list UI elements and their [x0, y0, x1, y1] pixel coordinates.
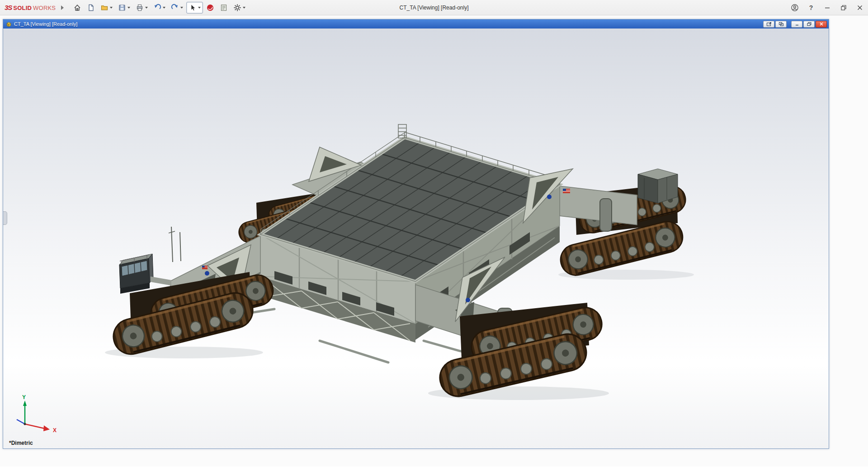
pop-out-icon — [766, 22, 772, 26]
restore-document-button[interactable] — [803, 21, 815, 28]
x-axis-label: X — [53, 427, 57, 434]
main-titlebar[interactable]: 3S SOLIDWORKS — [0, 0, 868, 15]
dropdown-caret-icon[interactable] — [243, 7, 245, 9]
save-icon — [118, 4, 126, 12]
minimize-window-button[interactable] — [819, 0, 835, 15]
logo-text-solid: SOLID — [13, 5, 32, 11]
pop-out-all-button[interactable] — [775, 21, 787, 28]
minimize-icon — [794, 22, 800, 26]
part-document-icon — [6, 21, 12, 27]
solidworks-logo: 3S SOLIDWORKS — [5, 4, 56, 11]
dropdown-caret-icon[interactable] — [145, 7, 148, 9]
dropdown-caret-icon[interactable] — [127, 7, 130, 9]
solidworks-app-window: 3S SOLIDWORKS — [0, 0, 868, 467]
save-button[interactable] — [116, 2, 132, 14]
close-window-button[interactable] — [852, 0, 868, 15]
panel-splitter-tab[interactable] — [3, 211, 7, 225]
new-document-icon — [87, 4, 95, 12]
evaluate-icon — [220, 4, 228, 12]
maximize-icon — [840, 4, 847, 11]
evaluate-button[interactable] — [217, 2, 230, 14]
account-button[interactable] — [787, 0, 803, 15]
restore-icon — [807, 22, 812, 26]
document-titlebar[interactable]: CT_TA [Viewing] [Read-only] — [3, 19, 829, 29]
crawler-transporter-model — [3, 29, 829, 448]
3dexperience-button[interactable] — [204, 2, 217, 14]
us-flag-decal — [563, 189, 570, 193]
redo-icon — [171, 4, 179, 12]
options-button[interactable] — [231, 2, 248, 14]
new-document-button[interactable] — [85, 2, 97, 14]
open-icon — [100, 4, 108, 12]
dropdown-caret-icon[interactable] — [198, 7, 201, 9]
home-icon — [73, 4, 81, 12]
client-area: CT_TA [Viewing] [Read-only] — [0, 15, 868, 467]
options-gear-icon — [233, 4, 241, 12]
antenna-masts — [169, 227, 181, 262]
print-button[interactable] — [133, 2, 150, 14]
front-right-track-truck — [436, 303, 605, 400]
undo-icon — [153, 4, 161, 12]
document-window-controls — [763, 21, 827, 28]
redo-button[interactable] — [169, 2, 185, 14]
titlebar-right-controls: ? — [787, 0, 868, 15]
help-button[interactable]: ? — [803, 0, 819, 15]
window-title: CT_TA [Viewing] [Read-only] — [400, 0, 469, 15]
dropdown-caret-icon[interactable] — [110, 7, 113, 9]
minimize-document-button[interactable] — [791, 21, 802, 28]
3ds-logo-mark: 3S — [5, 4, 12, 11]
close-document-button[interactable] — [816, 21, 827, 28]
us-flag-decal — [202, 266, 208, 269]
select-cursor-icon — [189, 4, 197, 12]
close-icon — [819, 22, 824, 26]
x-axis-arrow — [43, 425, 50, 431]
graphics-viewport[interactable]: Y X *Dimetric — [3, 29, 829, 448]
minimize-icon — [824, 4, 831, 11]
maximize-window-button[interactable] — [835, 0, 852, 15]
z-axis-arrow — [17, 419, 25, 424]
pop-out-window-button[interactable] — [763, 21, 774, 28]
help-icon: ? — [809, 4, 813, 11]
dropdown-caret-icon[interactable] — [180, 7, 183, 9]
select-tool-button[interactable] — [186, 2, 203, 14]
document-window: CT_TA [Viewing] [Read-only] — [3, 19, 829, 449]
home-button[interactable] — [71, 2, 84, 14]
menu-expand-arrow-icon[interactable] — [61, 5, 64, 10]
undo-button[interactable] — [151, 2, 168, 14]
view-orientation-label: *Dimetric — [9, 440, 33, 446]
3dexperience-icon — [206, 4, 214, 12]
close-icon — [856, 4, 863, 11]
orientation-triad[interactable]: Y X — [6, 393, 69, 438]
pop-out-all-icon — [778, 22, 784, 26]
account-icon — [791, 4, 799, 12]
y-axis-label: Y — [22, 394, 26, 400]
y-axis-arrow — [23, 400, 27, 406]
open-button[interactable] — [98, 2, 115, 14]
document-title: CT_TA [Viewing] [Read-only] — [14, 21, 77, 27]
quick-toolbar: 3S SOLIDWORKS — [0, 0, 248, 15]
logo-text-works: WORKS — [33, 5, 56, 11]
print-icon — [136, 4, 144, 12]
dropdown-caret-icon[interactable] — [163, 7, 165, 9]
